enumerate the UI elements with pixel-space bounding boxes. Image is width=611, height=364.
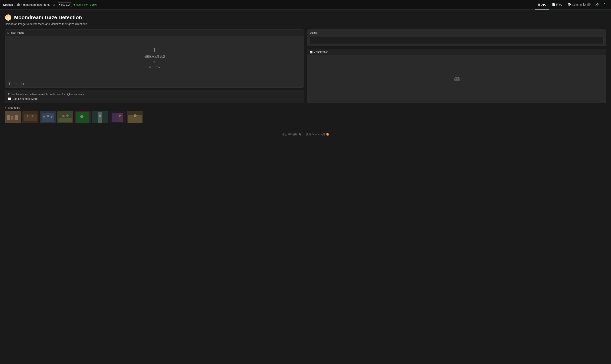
footer-built-emoji: 🎨 <box>326 133 329 136</box>
example-image-4 <box>57 112 73 123</box>
visualization-panel: 📈 Visualization <box>307 49 606 103</box>
svg-rect-24 <box>112 113 118 122</box>
example-thumb-7[interactable] <box>109 111 126 123</box>
image-panel-icon: ⊡ <box>7 31 9 34</box>
topnav: Spaces / moondream/gaze-demo ⧉ ♥ like 11… <box>0 0 611 10</box>
svg-rect-3 <box>15 115 18 120</box>
svg-rect-5 <box>24 114 37 121</box>
webcam-button[interactable]: ◎ <box>14 81 18 86</box>
svg-point-15 <box>62 115 65 117</box>
example-image-8 <box>127 112 143 123</box>
ensemble-description: Ensemble mode combines multiple predicti… <box>8 93 300 96</box>
input-image-label: Input Image <box>11 31 24 34</box>
example-thumb-5[interactable] <box>75 111 91 123</box>
svg-point-22 <box>99 115 101 117</box>
status-panel: Status <box>307 29 606 46</box>
input-image-header: ⊡ Input Image <box>5 30 304 36</box>
tab-app[interactable]: 🖥 App <box>535 0 549 10</box>
svg-rect-21 <box>98 112 102 123</box>
upload-drag-text: 将图像拖放到此处 <box>143 55 165 59</box>
svg-rect-25 <box>118 113 123 122</box>
main-content: 🌕 Moondream Gaze Detection Upload an ima… <box>0 10 611 123</box>
example-image-5 <box>75 112 90 123</box>
tab-community-label: Community <box>572 3 586 6</box>
examples-section: ≡ Examples <box>5 106 304 123</box>
clipboard-button[interactable]: ⧉ <box>21 82 24 86</box>
community-badge: 2 <box>587 3 591 6</box>
viz-label: Visualization <box>314 51 328 53</box>
tab-files-label: Files <box>556 3 562 6</box>
examples-label: Examples <box>8 106 20 109</box>
footer: 通过 API 使用 🔌 · 使用 Gradio 构建 🎨 <box>0 126 611 139</box>
svg-rect-1 <box>7 115 10 120</box>
svg-rect-32 <box>458 78 460 81</box>
svg-point-29 <box>134 114 136 117</box>
tab-app-label: App <box>542 3 546 6</box>
like-count: 117 <box>66 3 70 6</box>
repo-label: moondream/gaze-demo <box>21 3 51 6</box>
like-label: like <box>61 3 65 6</box>
examples-header: ≡ Examples <box>5 106 304 109</box>
example-thumb-2[interactable] <box>22 111 39 123</box>
repo-link[interactable]: moondream/gaze-demo <box>17 3 51 6</box>
upload-file-button[interactable]: ⬆ <box>7 81 12 86</box>
svg-rect-30 <box>454 79 456 81</box>
example-thumb-6[interactable] <box>92 111 108 123</box>
example-image-2 <box>23 112 38 123</box>
repo-icon <box>17 3 20 6</box>
page-title: Moondream Gaze Detection <box>14 14 82 21</box>
ensemble-check-label[interactable]: Use Ensemble Mode <box>8 97 300 100</box>
share-button[interactable]: 🔗 <box>594 2 600 7</box>
spaces-link[interactable]: Spaces <box>3 3 13 6</box>
example-image-1 <box>5 112 21 123</box>
upload-or-text: - 或 - <box>151 60 157 64</box>
example-thumb-3[interactable] <box>40 111 56 123</box>
svg-point-26 <box>119 115 121 117</box>
topnav-right: 🖥 App 📄 Files 💬 Community 2 🔗 ⋮ <box>535 0 608 10</box>
svg-point-6 <box>27 115 28 117</box>
status-value <box>310 37 604 44</box>
footer-api-emoji: 🔌 <box>298 133 301 136</box>
copy-repo-button[interactable]: ⧉ <box>52 2 55 7</box>
example-image-6 <box>92 112 108 123</box>
upload-click-text: 点击上传 <box>149 65 160 69</box>
example-thumb-4[interactable] <box>57 111 73 123</box>
example-image-7 <box>110 112 125 123</box>
example-thumb-1[interactable] <box>5 111 21 123</box>
footer-dot: · <box>303 133 304 136</box>
running-badge: Running on ZERO <box>74 3 97 6</box>
svg-point-16 <box>66 115 68 117</box>
svg-point-11 <box>47 115 49 117</box>
files-icon: 📄 <box>552 3 555 6</box>
more-button[interactable]: ⋮ <box>601 2 608 8</box>
col-left: ⊡ Input Image ⬆ 将图像拖放到此处 - 或 - 点击上传 ⬆ ◎ … <box>5 29 304 123</box>
examples-grid <box>5 111 304 123</box>
upload-toolbar: ⬆ ◎ ⧉ <box>5 80 304 88</box>
example-image-3 <box>40 112 55 123</box>
upload-icon: ⬆ <box>152 47 157 53</box>
viz-icon: 📈 <box>310 51 313 53</box>
ensemble-checkbox[interactable] <box>8 97 11 100</box>
page-subtitle: Upload an image to detect faces and visu… <box>5 22 606 26</box>
svg-point-12 <box>51 116 53 118</box>
example-thumb-8[interactable] <box>127 111 143 123</box>
community-icon: 💬 <box>568 3 571 6</box>
upload-area[interactable]: ⬆ 将图像拖放到此处 - 或 - 点击上传 <box>5 36 304 80</box>
like-button[interactable]: ♥ like 117 <box>57 2 72 7</box>
svg-rect-31 <box>456 77 458 81</box>
svg-point-19 <box>80 115 83 118</box>
topnav-left: Spaces / moondream/gaze-demo ⧉ ♥ like 11… <box>3 2 533 7</box>
tab-community[interactable]: 💬 Community 2 <box>565 0 593 10</box>
status-header: Status <box>307 30 606 35</box>
svg-point-7 <box>31 115 33 117</box>
ensemble-panel: Ensemble mode combines multiple predicti… <box>5 90 304 103</box>
page-title-row: 🌕 Moondream Gaze Detection <box>5 14 606 21</box>
footer-api-text: 通过 API 使用 <box>282 133 298 136</box>
viz-body <box>307 55 606 103</box>
running-platform: ZERO <box>90 3 97 6</box>
examples-icon: ≡ <box>5 106 6 109</box>
tab-files[interactable]: 📄 Files <box>550 0 565 10</box>
running-dot <box>74 4 75 6</box>
status-label: Status <box>310 31 317 34</box>
input-image-panel: ⊡ Input Image ⬆ 将图像拖放到此处 - 或 - 点击上传 ⬆ ◎ … <box>5 29 304 88</box>
